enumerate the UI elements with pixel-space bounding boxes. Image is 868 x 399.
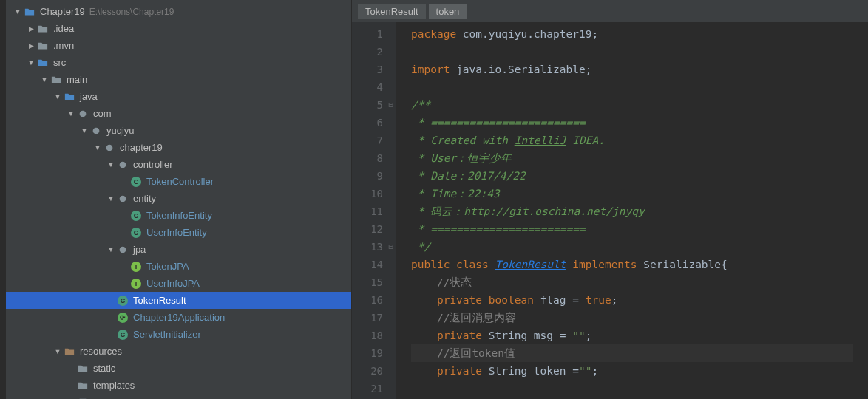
line-number: 20 (355, 362, 383, 380)
tree-item-chapter19application[interactable]: ⟳Chapter19Application (6, 309, 351, 326)
line-number: 3 (355, 61, 383, 78)
line-number: 12 (355, 220, 383, 238)
code-line[interactable] (411, 43, 853, 61)
expand-arrow-icon[interactable]: ▼ (25, 59, 37, 66)
tree-item-yuqiyu[interactable]: ▼yuqiyu (6, 122, 351, 139)
tree-label: UserInfoEntity (146, 227, 207, 238)
fold-end-icon[interactable]: ⊟ (388, 238, 393, 256)
tree-item-main[interactable]: ▼main (6, 71, 351, 88)
tree-item-chapter19[interactable]: ▼chapter19 (6, 139, 351, 156)
tree-label: .mvn (53, 40, 74, 51)
expand-arrow-icon[interactable]: ▼ (105, 195, 117, 202)
code-line[interactable]: */ (411, 238, 853, 256)
tree-label: TokenController (146, 176, 214, 187)
gutter: 12345⊟678910111213⊟1415161718192021 (352, 22, 396, 399)
tree-item-application-properties[interactable]: application.properties (6, 394, 351, 399)
expand-arrow-icon[interactable]: ▼ (52, 348, 64, 355)
tree-item-tokenjpa[interactable]: ITokenJPA (6, 258, 351, 275)
line-number: 16 (355, 291, 383, 309)
line-number: 17 (355, 309, 383, 327)
code-line[interactable]: * 码云：http://git.oschina.net/jnyqy (411, 202, 853, 220)
code-line[interactable]: package com.yuqiyu.chapter19; (411, 25, 853, 43)
svg-point-5 (120, 246, 126, 253)
expand-arrow-icon[interactable]: ▼ (38, 76, 50, 83)
project-tree-panel: ▼Chapter19E:\lessons\Chapter19▶.idea▶.mv… (6, 0, 352, 399)
tree-label: java (80, 91, 98, 102)
tree-item--mvn[interactable]: ▶.mvn (6, 37, 351, 54)
tree-label: controller (133, 159, 172, 170)
breadcrumb-class[interactable]: TokenResult (358, 4, 426, 19)
tree-label: resources (80, 346, 122, 357)
tree-item--idea[interactable]: ▶.idea (6, 20, 351, 37)
code-line[interactable]: /** (411, 96, 853, 114)
code-line[interactable]: //返回token值 (411, 344, 853, 362)
code-line[interactable]: * ======================== (411, 114, 853, 132)
code-line[interactable]: * User：恒宇少年 (411, 149, 853, 167)
expand-arrow-icon[interactable]: ▼ (65, 110, 77, 117)
tree-item-static[interactable]: static (6, 360, 351, 377)
tree-item-resources[interactable]: ▼resources (6, 343, 351, 360)
tree-label: yuqiyu (106, 125, 135, 136)
tree-label: src (53, 57, 66, 68)
line-number: 10 (355, 185, 383, 202)
expand-arrow-icon[interactable]: ▼ (78, 127, 90, 134)
tree-item-tokenresult[interactable]: CTokenResult (6, 292, 351, 309)
code-line[interactable]: * Time：22:43 (411, 185, 853, 202)
tree-item-templates[interactable]: templates (6, 377, 351, 394)
code-line[interactable]: * Date：2017/4/22 (411, 167, 853, 185)
tree-label: TokenResult (133, 295, 186, 306)
code-line[interactable]: * ======================== (411, 220, 853, 238)
code-line[interactable]: import java.io.Serializable; (411, 61, 853, 78)
tree-label: TokenInfoEntity (146, 210, 212, 221)
code-area[interactable]: 12345⊟678910111213⊟1415161718192021 pack… (352, 22, 868, 399)
code-line[interactable]: private String msg = ""; (411, 327, 853, 344)
fold-start-icon[interactable]: ⊟ (388, 96, 393, 114)
expand-arrow-icon[interactable]: ▼ (12, 8, 24, 16)
code-line[interactable] (411, 78, 853, 96)
tree-item-controller[interactable]: ▼controller (6, 156, 351, 173)
line-number: 1 (355, 25, 383, 43)
code-line[interactable]: private String token =""; (411, 362, 853, 380)
svg-point-0 (80, 110, 87, 117)
code-line[interactable]: private boolean flag = true; (411, 291, 853, 309)
tree-item-java[interactable]: ▼java (6, 88, 351, 105)
tree-label: jpa (133, 244, 146, 255)
expand-arrow-icon[interactable]: ▼ (92, 144, 104, 151)
tree-item-src[interactable]: ▼src (6, 54, 351, 71)
code-line[interactable]: * Created with IntelliJ IDEA. (411, 132, 853, 149)
tree-label: Chapter19 (40, 6, 85, 17)
line-number: 4 (355, 78, 383, 96)
tree-item-entity[interactable]: ▼entity (6, 190, 351, 207)
tree-label: entity (133, 193, 156, 204)
tree-item-tokeninfoentity[interactable]: CTokenInfoEntity (6, 207, 351, 224)
tree-item-tokencontroller[interactable]: CTokenController (6, 173, 351, 190)
line-number: 7 (355, 132, 383, 149)
expand-arrow-icon[interactable]: ▶ (25, 25, 37, 33)
tree-item-servletinitializer[interactable]: CServletInitializer (6, 326, 351, 343)
tree-item-userinfojpa[interactable]: IUserInfoJPA (6, 275, 351, 292)
expand-arrow-icon[interactable]: ▼ (52, 93, 64, 100)
svg-point-4 (120, 195, 126, 202)
line-number: 2 (355, 43, 383, 61)
breadcrumb-field[interactable]: token (429, 4, 467, 19)
line-number: 13⊟ (355, 238, 383, 256)
tree-label: TokenJPA (146, 261, 189, 272)
code-line[interactable] (411, 380, 853, 398)
code-line[interactable]: //状态 (411, 273, 853, 291)
line-number: 14 (355, 256, 383, 273)
expand-arrow-icon[interactable]: ▼ (105, 161, 117, 168)
code-line[interactable]: public class TokenResult implements Seri… (411, 256, 853, 273)
breadcrumb-bar: TokenResult token (352, 0, 868, 22)
tree-item-jpa[interactable]: ▼jpa (6, 241, 351, 258)
svg-point-1 (93, 127, 100, 134)
expand-arrow-icon[interactable]: ▶ (25, 42, 37, 50)
code-content[interactable]: package com.yuqiyu.chapter19;import java… (396, 22, 868, 399)
project-tree[interactable]: ▼Chapter19E:\lessons\Chapter19▶.idea▶.mv… (6, 0, 351, 399)
tree-item-chapter19[interactable]: ▼Chapter19E:\lessons\Chapter19 (6, 3, 351, 20)
line-number: 5⊟ (355, 96, 383, 114)
tree-item-com[interactable]: ▼com (6, 105, 351, 122)
code-line[interactable]: //返回消息内容 (411, 309, 853, 327)
tree-item-userinfoentity[interactable]: CUserInfoEntity (6, 224, 351, 241)
line-number: 9 (355, 167, 383, 185)
expand-arrow-icon[interactable]: ▼ (105, 246, 117, 253)
